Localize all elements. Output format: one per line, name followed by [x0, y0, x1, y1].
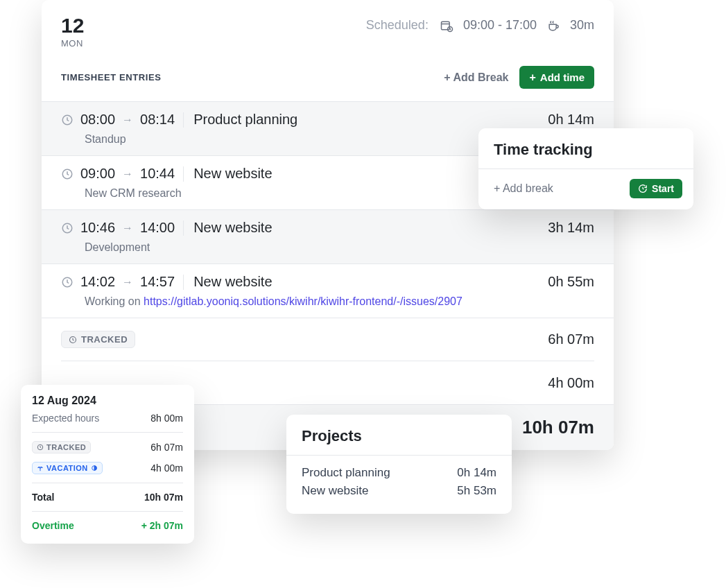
tracked-value: 6h 07m	[548, 331, 594, 347]
entry-note-link[interactable]: https://gitlab.yooniq.solutions/kiwihr/k…	[144, 295, 463, 307]
separator	[183, 275, 184, 290]
add-break-link[interactable]: + Add Break	[444, 71, 508, 84]
entry-project: New website	[193, 220, 541, 236]
arrow-right-icon: →	[122, 168, 133, 180]
projects-title: Projects	[302, 427, 496, 445]
timesheet-subheader: TIMESHEET ENTRIES + Add Break + Add time	[42, 55, 614, 101]
entry-note: Working on https://gitlab.yooniq.solutio…	[85, 295, 594, 308]
scheduled-label: Scheduled:	[366, 18, 429, 33]
projects-card: Projects Product planning 0h 14m New web…	[286, 415, 512, 514]
project-name: New website	[302, 484, 368, 498]
expected-hours-label: Expected hours	[32, 413, 99, 424]
start-label: Start	[652, 183, 674, 194]
arrow-right-icon: →	[122, 222, 133, 234]
entry-project: New website	[193, 274, 541, 290]
separator	[183, 112, 184, 128]
entry-duration: 3h 14m	[548, 220, 594, 236]
tracked-badge: TRACKED	[32, 441, 91, 453]
palm-icon	[37, 465, 44, 472]
entry-duration: 0h 14m	[548, 112, 594, 128]
day-of-week: MON	[61, 39, 84, 48]
add-time-label: Add time	[540, 71, 585, 83]
overtime-value: + 2h 07m	[141, 520, 183, 531]
add-break-link[interactable]: + Add break	[494, 182, 553, 195]
arrow-right-icon: →	[122, 114, 133, 126]
entry-start: 09:00	[80, 166, 115, 182]
tracked-label: TRACKED	[46, 443, 86, 451]
clock-icon	[37, 444, 44, 451]
arrow-right-icon: →	[122, 276, 133, 288]
clock-icon	[69, 336, 77, 344]
vacation-badge: VACATION	[32, 462, 103, 474]
break-duration: 30m	[570, 18, 594, 33]
schedule-info: Scheduled: 09:00 - 17:00 30m	[366, 18, 594, 33]
half-circle-icon	[91, 465, 98, 472]
entry-start: 10:46	[80, 220, 115, 236]
tracked-label: TRACKED	[81, 334, 128, 345]
clock-icon	[61, 276, 74, 288]
tracked-badge: TRACKED	[61, 331, 135, 348]
day-number: 12	[61, 15, 84, 36]
clock-icon	[61, 168, 74, 180]
calendar-clock-icon	[440, 19, 453, 33]
start-button[interactable]: Start	[630, 179, 682, 198]
separator	[183, 220, 184, 236]
total-value: 10h 07m	[144, 492, 183, 503]
total-value: 10h 07m	[522, 417, 594, 438]
entry-start: 14:02	[80, 274, 115, 290]
project-name: Product planning	[302, 466, 390, 480]
plus-icon: +	[529, 72, 535, 83]
clock-icon	[61, 114, 74, 126]
entry-end: 10:44	[140, 166, 175, 182]
entry-note: Development	[85, 241, 594, 254]
entry-end: 08:14	[140, 112, 175, 128]
date-block: 12 MON	[61, 15, 84, 48]
time-tracking-title: Time tracking	[478, 128, 693, 168]
vacation-label: VACATION	[46, 464, 88, 472]
project-value: 5h 53m	[457, 484, 496, 498]
vacation-value: 4h 00m	[150, 462, 183, 474]
entry-start: 08:00	[80, 112, 115, 128]
summary-row2-value: 4h 00m	[548, 375, 594, 391]
day-summary-title: 12 Aug 2024	[32, 395, 183, 407]
project-row: Product planning 0h 14m	[302, 464, 496, 482]
entry-duration: 0h 55m	[548, 274, 594, 290]
entry-project: Product planning	[193, 112, 541, 128]
schedule-hours: 09:00 - 17:00	[463, 18, 537, 33]
expected-hours-value: 8h 00m	[150, 413, 183, 424]
tracked-value: 6h 07m	[150, 442, 183, 453]
time-tracking-card: Time tracking + Add break Start	[478, 128, 693, 209]
entry-end: 14:57	[140, 274, 175, 290]
refresh-clock-icon	[638, 184, 648, 193]
section-title: TIMESHEET ENTRIES	[61, 72, 162, 83]
day-summary-card: 12 Aug 2024 Expected hours 8h 00m TRACKE…	[21, 385, 194, 544]
project-value: 0h 14m	[457, 466, 496, 480]
svg-rect-0	[441, 21, 449, 30]
project-row: New website 5h 53m	[302, 482, 496, 500]
header-actions: + Add Break + Add time	[444, 66, 594, 89]
summary-tracked-row: TRACKED 6h 07m	[61, 318, 594, 361]
add-time-button[interactable]: + Add time	[519, 66, 594, 89]
timesheet-entry[interactable]: 14:02 → 14:57 New website 0h 55m Working…	[42, 264, 614, 318]
separator	[183, 166, 184, 182]
entry-note-prefix: Working on	[85, 295, 144, 307]
timesheet-entry[interactable]: 10:46 → 14:00 New website 3h 14m Develop…	[42, 210, 614, 264]
timesheet-header: 12 MON Scheduled: 09:00 - 17:00 30m	[42, 0, 614, 55]
total-label: Total	[32, 492, 54, 503]
timesheet-card: 12 MON Scheduled: 09:00 - 17:00 30m	[42, 0, 614, 450]
entry-end: 14:00	[140, 220, 175, 236]
overtime-label: Overtime	[32, 520, 74, 531]
coffee-icon	[546, 19, 560, 33]
clock-icon	[61, 222, 74, 234]
